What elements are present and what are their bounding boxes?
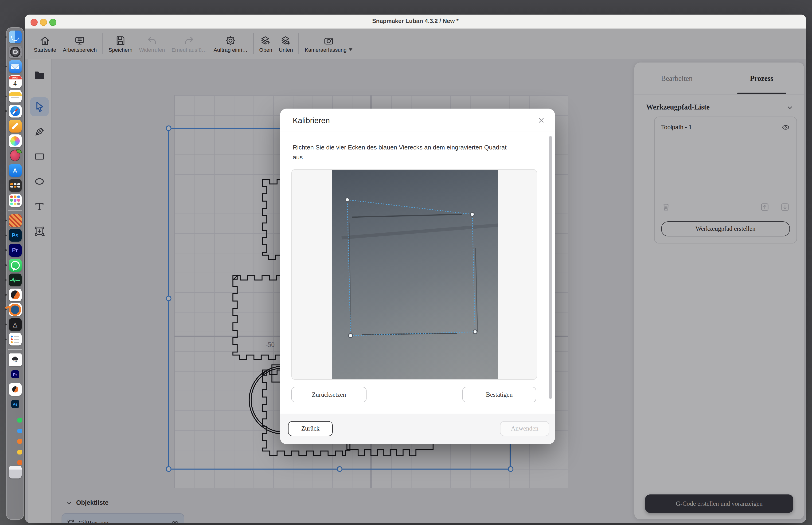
- dock-triangleapp-icon[interactable]: △: [9, 318, 21, 331]
- window-titlebar: Snapmaker Luban 4.3.2 / New *: [25, 15, 806, 29]
- corner-points: [346, 198, 477, 338]
- dock-launchpad-icon[interactable]: [9, 194, 21, 207]
- blue-quad: [347, 200, 475, 335]
- dock-notes-icon[interactable]: [9, 90, 21, 103]
- dock-mail-icon[interactable]: [9, 60, 21, 73]
- dock-whatsapp-icon[interactable]: [9, 259, 21, 271]
- dock-raspberry-icon[interactable]: [9, 149, 21, 162]
- dock-whatsapp-window-icon[interactable]: [10, 412, 21, 421]
- dock-activity-icon[interactable]: [9, 273, 21, 286]
- dock-reminders-icon[interactable]: [9, 333, 21, 346]
- dock-blender-icon[interactable]: [9, 303, 21, 316]
- dock-settings-icon[interactable]: [9, 45, 21, 58]
- dock-mail-window-icon[interactable]: [10, 423, 21, 432]
- camera-capture-box: [291, 169, 537, 380]
- desktop: AUG4APsPr△DXFPrPs -50: [0, 0, 812, 525]
- confirm-button[interactable]: Bestätigen: [462, 387, 536, 402]
- dock-discapp-mini-icon[interactable]: [9, 383, 21, 396]
- dialog-instruction: Richten Sie die vier Ecken des blauen Vi…: [293, 142, 513, 162]
- dock-luban-window-icon[interactable]: [10, 455, 21, 464]
- dock-calculator-icon[interactable]: [9, 179, 21, 192]
- dock-pages-icon[interactable]: [9, 120, 21, 132]
- dock-notes-window-icon[interactable]: [10, 445, 21, 453]
- dock-dxf-icon[interactable]: DXF: [9, 353, 21, 366]
- dock-divider: [8, 349, 22, 350]
- dialog-footer: Zurück Anwenden: [280, 414, 555, 444]
- dock-photos-icon[interactable]: [9, 134, 21, 147]
- dock-divider: [8, 210, 22, 211]
- close-icon[interactable]: [537, 116, 546, 124]
- dock-pr-mini-icon[interactable]: Pr: [9, 368, 21, 381]
- dock-ps-icon[interactable]: Ps: [9, 229, 21, 242]
- calibration-overlay: [332, 170, 498, 380]
- camera-photo[interactable]: [332, 170, 498, 380]
- dialog-title: Kalibrieren: [293, 108, 330, 132]
- calibration-dialog: Kalibrieren Richten Sie die vier Ecken d…: [280, 108, 555, 444]
- dock-appstore-icon[interactable]: A: [9, 164, 21, 177]
- dock-safari-icon[interactable]: [9, 105, 21, 118]
- apply-button-disabled[interactable]: Anwenden: [500, 421, 549, 436]
- dock-pr-icon[interactable]: Pr: [9, 244, 21, 257]
- dock-trash-icon[interactable]: [9, 466, 21, 479]
- macos-dock: AUG4APsPr△DXFPrPs: [6, 27, 24, 520]
- app-window: -50: [25, 15, 806, 523]
- back-button[interactable]: Zurück: [288, 421, 333, 436]
- dock-ps-mini-icon[interactable]: Ps: [9, 398, 21, 410]
- dock-orangeapp-icon[interactable]: [9, 214, 21, 227]
- dialog-scrollbar-thumb[interactable]: [549, 136, 552, 399]
- dock-calendar-icon[interactable]: AUG4: [9, 75, 21, 88]
- reset-button[interactable]: Zurücksetzen: [291, 387, 367, 402]
- dock-blender-window-icon[interactable]: [10, 434, 21, 442]
- dock-discapp-icon[interactable]: [9, 288, 21, 301]
- dialog-header: Kalibrieren: [280, 108, 555, 132]
- window-title: Snapmaker Luban 4.3.2 / New *: [25, 15, 806, 28]
- dock-finder-icon[interactable]: [9, 31, 21, 43]
